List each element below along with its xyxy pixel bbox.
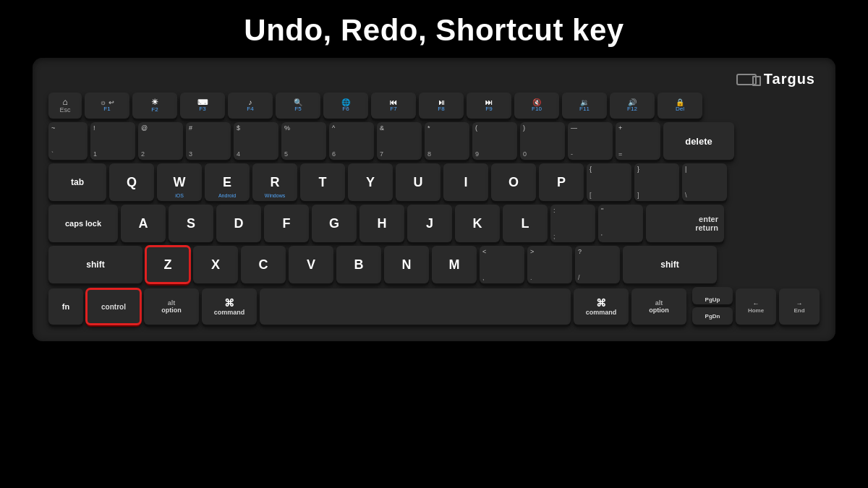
key-tilde[interactable]: ~ ` [48,122,88,160]
key-8[interactable]: * 8 [425,122,469,160]
key-e[interactable]: E Android [205,163,250,201]
key-period[interactable]: > . [527,246,572,283]
key-x[interactable]: X [193,246,238,283]
battery-indicator [736,74,757,85]
key-esc[interactable]: ⌂ Esc [48,93,82,119]
key-quote[interactable]: " ' [598,205,643,242]
key-r[interactable]: R Windows [252,163,297,201]
key-f4[interactable]: ♪ F4 [228,93,273,119]
key-home[interactable]: ← Home [736,288,776,325]
key-i[interactable]: I [443,163,488,201]
key-space[interactable] [260,288,571,325]
qwerty-row: tab Q W iOS E Android R Windows T Y U I [48,163,820,201]
key-f6[interactable]: 🌐 F6 [323,93,368,119]
key-f8[interactable]: ⏯ F8 [419,93,464,119]
key-lbracket[interactable]: { [ [587,163,631,201]
key-option-right[interactable]: alt option [631,288,686,325]
nav-bottom: PgDn [692,307,733,325]
key-2[interactable]: @ 2 [138,122,183,160]
key-o[interactable]: O [491,163,536,201]
key-pgdn[interactable]: PgDn [692,307,733,325]
nav-top: PgUp [692,287,733,304]
fkey-row: ⌂ Esc ☼ ↩ F1 ☀ F2 ⌨ F3 ♪ F4 🔍 F5 🌐 F [48,93,820,119]
key-tab[interactable]: tab [48,163,106,201]
key-minus[interactable]: — - [568,122,613,160]
number-row: ~ ` ! 1 @ 2 # 3 $ 4 % 5 ^ 6 & 7 [48,122,820,160]
asdf-row: caps lock A S D F G H J K L : ; [48,205,820,242]
key-rbracket[interactable]: } ] [634,163,679,201]
key-f3[interactable]: ⌨ F3 [180,93,225,119]
key-fn[interactable]: fn [48,288,83,325]
key-control[interactable]: control [86,288,141,325]
key-z[interactable]: Z [145,246,190,283]
key-s[interactable]: S [169,205,213,242]
key-k[interactable]: K [455,205,500,242]
key-end[interactable]: → End [779,288,820,325]
brand-logo: Targus [764,71,815,87]
key-y[interactable]: Y [348,163,393,201]
key-j[interactable]: J [407,205,452,242]
key-1[interactable]: ! 1 [90,122,135,160]
key-a[interactable]: A [121,205,166,242]
key-del[interactable]: 🔒 Del [658,93,702,119]
key-t[interactable]: T [300,163,345,201]
key-p[interactable]: P [539,163,584,201]
key-f10[interactable]: 🔇 F10 [514,93,559,119]
key-0[interactable]: ) 0 [520,122,565,160]
key-u[interactable]: U [396,163,441,201]
page-title: Undo, Redo, Shortcut key [244,13,624,48]
modifier-row: fn control alt option ⌘ command ⌘ comman… [48,287,820,325]
key-semicolon[interactable]: : ; [550,205,595,242]
key-7[interactable]: & 7 [377,122,422,160]
key-h[interactable]: H [359,205,404,242]
key-f7[interactable]: ⏮ F7 [371,93,416,119]
nav-cluster: PgUp PgDn [692,287,733,325]
zxcv-row: shift Z X C V B N M < , > . [48,246,820,283]
key-n[interactable]: N [384,246,429,283]
key-w[interactable]: W iOS [157,163,202,201]
key-enter[interactable]: enter return [646,205,724,242]
key-l[interactable]: L [503,205,548,242]
key-v[interactable]: V [289,246,333,283]
key-4[interactable]: $ 4 [234,122,278,160]
key-f9[interactable]: ⏭ F9 [467,93,511,119]
key-option-left[interactable]: alt option [144,288,199,325]
key-b[interactable]: B [336,246,381,283]
key-q[interactable]: Q [109,163,154,201]
key-f2[interactable]: ☀ F2 [132,93,177,119]
key-command-left[interactable]: ⌘ command [202,288,257,325]
key-capslock[interactable]: caps lock [48,205,118,242]
key-d[interactable]: D [216,205,261,242]
key-f5[interactable]: 🔍 F5 [276,93,320,119]
key-9[interactable]: ( 9 [472,122,517,160]
key-comma[interactable]: < , [480,246,524,283]
key-command-right[interactable]: ⌘ command [574,288,629,325]
key-f12[interactable]: 🔊 F12 [610,93,655,119]
key-shift-left[interactable]: shift [48,246,142,283]
key-m[interactable]: M [432,246,477,283]
key-f11[interactable]: 🔉 F11 [562,93,607,119]
key-slash[interactable]: ? / [575,246,620,283]
key-g[interactable]: G [312,205,357,242]
key-3[interactable]: # 3 [186,122,231,160]
key-pgup[interactable]: PgUp [692,287,733,304]
keyboard: Targus ⌂ Esc ☼ ↩ F1 ☀ F2 ⌨ F3 ♪ F4 🔍 F [33,58,835,341]
key-shift-right[interactable]: shift [623,246,717,283]
key-equals[interactable]: + = [616,122,660,160]
key-c[interactable]: C [241,246,286,283]
key-f[interactable]: F [264,205,309,242]
key-6[interactable]: ^ 6 [329,122,374,160]
key-5[interactable]: % 5 [281,122,326,160]
keyboard-header: Targus [48,71,820,87]
key-backslash[interactable]: | \ [682,163,727,201]
key-delete[interactable]: delete [663,122,734,160]
key-f1[interactable]: ☼ ↩ F1 [85,93,129,119]
